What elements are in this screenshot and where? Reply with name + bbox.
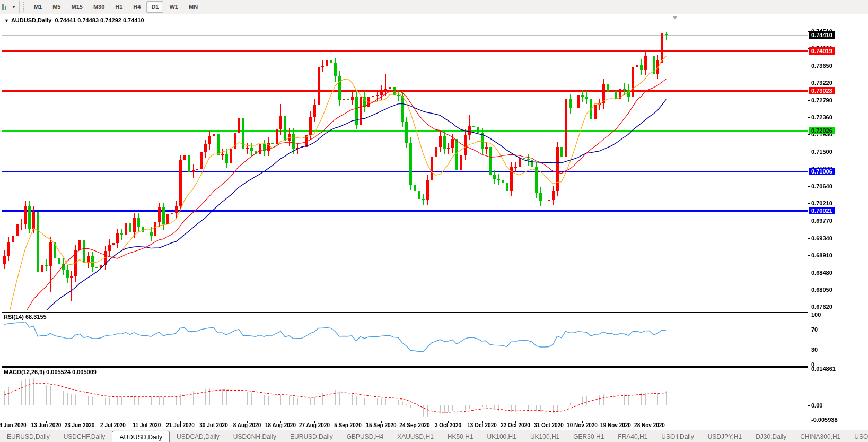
timeframe-button-m5[interactable]: M5 bbox=[48, 1, 65, 13]
date-axis-label[interactable]: 30 Jul 2020 bbox=[199, 422, 227, 428]
timeframe-buttons: M1M5M15M30H1H4D1W1MN bbox=[29, 1, 203, 13]
chart-tool-icon[interactable] bbox=[1, 3, 11, 11]
symbol-tab-eurusd-daily[interactable]: EURUSD,Daily bbox=[0, 430, 57, 442]
price-axis-label[interactable]: 0.68050 bbox=[811, 286, 864, 293]
price-axis-label[interactable]: 0.67620 bbox=[811, 303, 864, 310]
price-axis-label[interactable]: 0.72360 bbox=[811, 114, 864, 121]
timeframe-button-w1[interactable]: W1 bbox=[164, 1, 183, 13]
symbol-tab-usdchf-daily[interactable]: USDCHF,Daily bbox=[57, 430, 112, 442]
price-axis-label[interactable]: 0.72790 bbox=[811, 97, 864, 104]
macd-scale-label[interactable]: -0.005938 bbox=[811, 417, 838, 423]
timeframe-button-m1[interactable]: M1 bbox=[29, 1, 47, 13]
date-axis-label[interactable]: 22 Oct 2020 bbox=[501, 422, 530, 428]
close-value: 0.74410 bbox=[123, 17, 144, 23]
date-axis-label[interactable]: 13 Oct 2020 bbox=[467, 422, 497, 428]
timeframe-button-d1[interactable]: D1 bbox=[146, 1, 163, 13]
symbol-tab-uk100-h1[interactable]: UK100,H1 bbox=[523, 430, 566, 442]
symbol-tab-usdjpy-h1[interactable]: USDJPY,H1 bbox=[701, 430, 749, 442]
timeframe-button-m15[interactable]: M15 bbox=[66, 1, 87, 13]
date-axis-label[interactable]: 21 Jul 2020 bbox=[166, 422, 194, 428]
symbol-tab-usoil-daily[interactable]: USOil,Daily bbox=[654, 430, 700, 442]
date-axis-label[interactable]: 10 Nov 2020 bbox=[567, 422, 598, 428]
high-value: 0.74483 bbox=[77, 17, 99, 23]
price-axis-label[interactable]: 0.73650 bbox=[811, 62, 864, 70]
timeframe-toolbar: ▼ M1M5M15M30H1H4D1W1MN bbox=[0, 0, 868, 14]
hline-price-tag: 0.71006 bbox=[809, 168, 835, 175]
date-axis-label[interactable]: 15 Sep 2020 bbox=[366, 422, 396, 428]
date-axis-label[interactable]: 19 Nov 2020 bbox=[600, 422, 631, 428]
rsi-scale-label[interactable]: 30 bbox=[811, 346, 818, 353]
date-axis-label[interactable]: 4 Jun 2020 bbox=[0, 422, 27, 428]
symbol-tab-hk50-h1[interactable]: HK50,H1 bbox=[441, 430, 480, 442]
date-axis-label[interactable]: 13 Jun 2020 bbox=[31, 422, 62, 428]
hline-price-tag: 0.70021 bbox=[809, 207, 835, 214]
symbol-tab-china300-h1[interactable]: CHINA300,H1 bbox=[793, 430, 847, 442]
price-axis-label[interactable]: 0.73220 bbox=[811, 79, 864, 86]
macd-label: MACD(12,26,9) 0.005524 0.005009 bbox=[4, 369, 97, 375]
macd-scale-label[interactable]: 0.00 bbox=[811, 402, 822, 409]
date-axis-label[interactable]: 27 Aug 2020 bbox=[299, 422, 330, 428]
symbol-tab-bar: EURUSD,DailyUSDCHF,DailyAUDUSD,DailyUSDC… bbox=[0, 430, 868, 442]
date-axis-label[interactable]: 11 Jul 2020 bbox=[133, 422, 161, 428]
symbol-tab-usoil-h1[interactable]: USOil,H1 bbox=[847, 430, 868, 442]
chevron-down-icon[interactable]: ▼ bbox=[12, 5, 16, 10]
price-axis-label[interactable]: 0.70210 bbox=[811, 200, 864, 207]
rsi-scale-label[interactable]: 70 bbox=[811, 326, 818, 333]
price-axis-label[interactable]: 0.68910 bbox=[811, 252, 864, 259]
price-axis-label[interactable]: 0.70640 bbox=[811, 183, 864, 190]
timeframe-button-h4[interactable]: H4 bbox=[128, 1, 145, 13]
date-axis-label[interactable]: 18 Aug 2020 bbox=[265, 422, 296, 428]
date-axis-label[interactable]: 5 Sep 2020 bbox=[334, 422, 362, 428]
symbol-tab-usdcad-daily[interactable]: USDCAD,Daily bbox=[170, 430, 226, 442]
symbol-tab-gbpusd-h4[interactable]: GBPUSD,H4 bbox=[340, 430, 390, 442]
rsi-scale-label[interactable]: 100 bbox=[811, 311, 821, 318]
symbol-tab-dj30-daily[interactable]: DJ30,Daily bbox=[749, 430, 793, 442]
symbol-dropdown-icon[interactable]: ▼ bbox=[4, 18, 9, 23]
timeframe-button-h1[interactable]: H1 bbox=[110, 1, 127, 13]
symbol-tab-fra40-h1[interactable]: FRA40,H1 bbox=[611, 430, 654, 442]
macd-scale-label[interactable]: 0.014861 bbox=[811, 366, 836, 372]
symbol-tab-eurusd-daily[interactable]: EURUSD,Daily bbox=[283, 430, 340, 442]
chart-ohlc-header: ▼AUDUSD,Daily 0.74441 0.74483 0.74292 0.… bbox=[4, 17, 144, 23]
symbol-tab-xauusd-h1[interactable]: XAUUSD,H1 bbox=[390, 430, 441, 442]
toolbar-grip[interactable] bbox=[23, 2, 27, 12]
date-axis-label[interactable]: 31 Oct 2020 bbox=[534, 422, 564, 428]
current-price-tag: 0.74410 bbox=[809, 31, 835, 39]
low-value: 0.74292 bbox=[100, 17, 121, 23]
chart-area[interactable] bbox=[0, 0, 868, 442]
price-axis-label[interactable]: 0.69770 bbox=[811, 217, 864, 224]
toolbar-separator bbox=[19, 1, 20, 13]
timeframe-button-mn[interactable]: MN bbox=[184, 1, 203, 13]
rsi-label: RSI(14) 68.3155 bbox=[4, 314, 47, 320]
date-axis-label[interactable]: 23 Jun 2020 bbox=[65, 422, 95, 428]
price-axis-label[interactable]: 0.71500 bbox=[811, 148, 864, 155]
date-axis-label[interactable]: 3 Oct 2020 bbox=[435, 422, 461, 428]
date-axis-label[interactable]: 24 Sep 2020 bbox=[399, 422, 429, 428]
hline-price-tag: 0.72026 bbox=[809, 127, 835, 134]
price-axis-label[interactable]: 0.69340 bbox=[811, 235, 864, 242]
price-axis-label[interactable]: 0.68480 bbox=[811, 269, 864, 276]
symbol-tab-usdcnh-daily[interactable]: USDCNH,Daily bbox=[226, 430, 283, 442]
date-axis-label[interactable]: 28 Nov 2020 bbox=[634, 422, 665, 428]
hline-price-tag: 0.74019 bbox=[809, 47, 835, 55]
timeframe-button-m30[interactable]: M30 bbox=[89, 1, 109, 13]
date-axis-label[interactable]: 2 Jul 2020 bbox=[100, 422, 126, 428]
symbol-tab-uk100-h1[interactable]: UK100,H1 bbox=[480, 430, 523, 442]
trading-platform-window: ▼ M1M5M15M30H1H4D1W1MN ▼AUDUSD,Daily 0.7… bbox=[0, 0, 868, 442]
symbol-tab-ger30-h1[interactable]: GER30,H1 bbox=[566, 430, 611, 442]
symbol-label: AUDUSD,Daily bbox=[11, 17, 51, 23]
open-value: 0.74441 bbox=[55, 17, 76, 23]
date-axis-label[interactable]: 8 Aug 2020 bbox=[233, 422, 261, 428]
chart-shift-triangle-icon[interactable] bbox=[672, 16, 678, 19]
symbol-tab-audusd-daily[interactable]: AUDUSD,Daily bbox=[112, 431, 170, 442]
hline-price-tag: 0.73023 bbox=[809, 87, 835, 94]
